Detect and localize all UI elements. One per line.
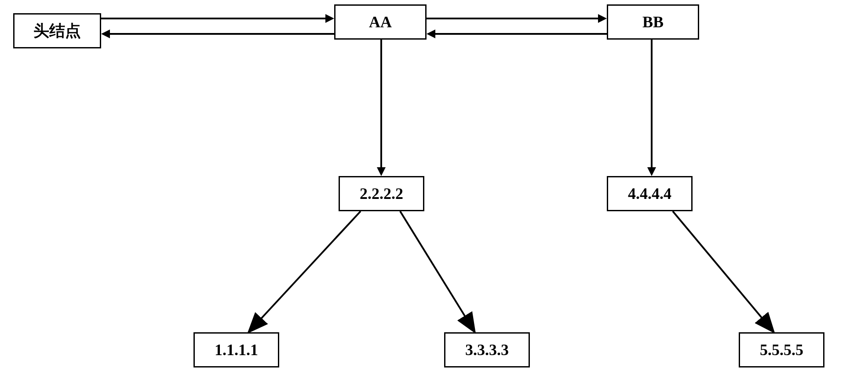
n4444-to-5555-arrow [0, 0, 868, 382]
svg-line-5 [673, 211, 774, 332]
